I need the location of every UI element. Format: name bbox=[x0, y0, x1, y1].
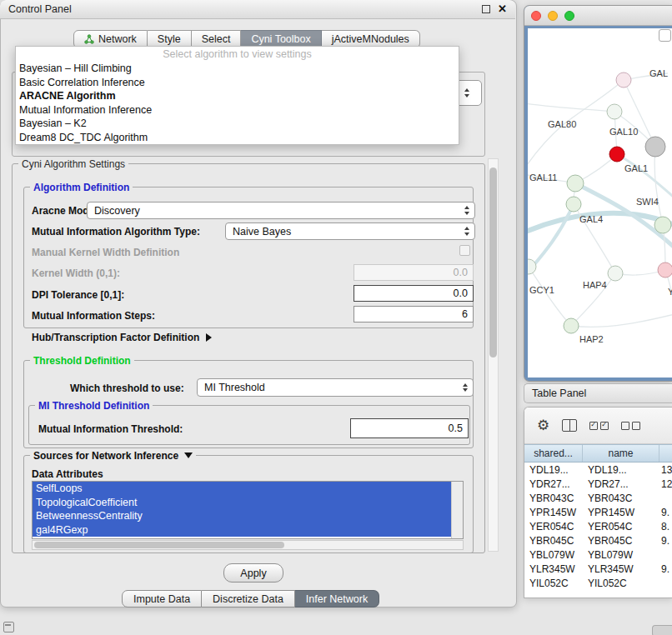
table-row[interactable]: YDR27...YDR27...12 bbox=[524, 477, 672, 491]
network-node[interactable] bbox=[608, 266, 623, 281]
sources-group-toggle[interactable]: Sources for Network Inference bbox=[30, 450, 196, 462]
which-threshold-combo[interactable]: MI Threshold bbox=[197, 378, 474, 397]
mi-steps-label: Mutual Information Steps: bbox=[32, 310, 155, 322]
table-cell: YPR145W bbox=[583, 507, 659, 518]
table-cell: YBL079W bbox=[524, 549, 583, 561]
list-horizontal-scrollbar[interactable] bbox=[32, 540, 464, 550]
network-edge bbox=[617, 154, 672, 199]
mi-type-label: Mutual Information Algorithm Type: bbox=[32, 226, 200, 238]
select-all-checks-icon[interactable] bbox=[589, 422, 609, 430]
network-canvas[interactable]: GALGAL80GAL10GAL11GAL1SWI4GAL4GCY1HAP4HA… bbox=[528, 28, 672, 378]
dropdown-option[interactable]: Bayesian – Hill Climbing bbox=[16, 62, 459, 76]
table-body: YDL19...YDL19...13YDR27...YDR27...12YBR0… bbox=[524, 462, 672, 590]
close-traffic-light[interactable] bbox=[531, 11, 541, 21]
dropdown-option[interactable]: Mutual Information Inference bbox=[16, 103, 459, 118]
which-threshold-value: MI Threshold bbox=[204, 382, 265, 393]
mi-type-value: Naive Bayes bbox=[233, 226, 291, 238]
control-panel-titlebar[interactable]: Control Panel ✕ bbox=[0, 0, 515, 19]
minimize-traffic-light[interactable] bbox=[548, 11, 558, 21]
manual-kernel-checkbox[interactable] bbox=[459, 245, 470, 256]
corner-grip[interactable] bbox=[652, 625, 672, 635]
network-node-label: SWI4 bbox=[636, 197, 659, 207]
dropdown-option[interactable]: Bayesian – K2 bbox=[16, 117, 459, 131]
scrollbar-thumb[interactable] bbox=[489, 168, 497, 358]
table-cell: 9. bbox=[659, 563, 672, 575]
aracne-mode-combo[interactable]: Discovery bbox=[87, 202, 475, 219]
attribute-item-selected[interactable]: SelfLoops bbox=[33, 482, 451, 496]
columns-icon[interactable] bbox=[562, 419, 577, 432]
dropdown-option[interactable]: Basic Correlation Inference bbox=[16, 76, 459, 90]
table-row[interactable]: YPR145WYPR145W9. bbox=[524, 505, 672, 519]
tab-label: Discretize Data bbox=[213, 593, 283, 605]
column-header-shared[interactable]: shared... bbox=[524, 445, 583, 462]
mi-type-combo[interactable]: Naive Bayes bbox=[225, 222, 475, 240]
mi-threshold-group-title: MI Threshold Definition bbox=[35, 400, 153, 412]
settings-scrollbar[interactable] bbox=[488, 158, 499, 552]
mi-threshold-label: Mutual Information Threshold: bbox=[38, 423, 183, 435]
network-node[interactable] bbox=[567, 175, 584, 192]
network-edge bbox=[624, 80, 655, 147]
tab-impute-data[interactable]: Impute Data bbox=[122, 590, 202, 608]
network-window-titlebar[interactable] bbox=[524, 6, 672, 26]
network-node[interactable] bbox=[616, 72, 631, 88]
scrollbar-thumb[interactable] bbox=[34, 542, 284, 548]
dpi-tolerance-field[interactable]: 0.0 bbox=[354, 285, 474, 302]
network-node[interactable] bbox=[609, 147, 624, 162]
network-icon bbox=[84, 34, 94, 44]
network-edge bbox=[528, 103, 614, 112]
table-cell: YDL19... bbox=[524, 464, 583, 476]
table-cell: YBR043C bbox=[524, 492, 583, 504]
close-window-icon[interactable]: ✕ bbox=[498, 4, 507, 14]
dropdown-prompt: Select algorithm to view settings bbox=[16, 47, 459, 62]
table-row[interactable]: YBR043CYBR043C bbox=[524, 491, 672, 505]
network-node[interactable] bbox=[645, 137, 665, 157]
table-panel-titlebar[interactable]: Table Panel bbox=[524, 383, 672, 403]
collapsed-panel-icon[interactable] bbox=[3, 622, 14, 632]
column-header-extra[interactable] bbox=[659, 445, 672, 462]
network-node-label: HAP2 bbox=[579, 334, 604, 344]
kernel-width-field[interactable]: 0.0 bbox=[354, 264, 474, 281]
attribute-item-selected[interactable]: gal4RGexp bbox=[33, 523, 451, 538]
network-node-label: GAL1 bbox=[624, 163, 648, 173]
table-cell: YIL052C bbox=[524, 578, 583, 589]
apply-button[interactable]: Apply bbox=[223, 563, 283, 582]
table-cell: 9. bbox=[659, 535, 672, 547]
table-row[interactable]: YIL052CYIL052C bbox=[524, 576, 672, 590]
table-row[interactable]: YDL19...YDL19...13 bbox=[524, 462, 672, 477]
dropdown-option-selected[interactable]: ARACNE Algorithm bbox=[16, 89, 459, 103]
table-cell: YER054C bbox=[583, 521, 659, 532]
table-cell: YDR27... bbox=[583, 478, 659, 490]
table-row[interactable]: YBR045CYBR045C9. bbox=[524, 533, 672, 548]
deselect-all-checks-icon[interactable] bbox=[621, 422, 640, 430]
tab-label: Select bbox=[202, 33, 231, 45]
table-row[interactable]: YER054CYER054C8. bbox=[524, 519, 672, 533]
table-cell: 8. bbox=[659, 521, 672, 532]
network-edge bbox=[571, 313, 672, 327]
gear-icon[interactable]: ⚙ bbox=[537, 418, 549, 432]
float-window-icon[interactable] bbox=[482, 5, 490, 13]
column-header-name[interactable]: name bbox=[583, 445, 659, 462]
attribute-item-selected[interactable]: BetweennessCentrality bbox=[33, 509, 451, 523]
zoom-traffic-light[interactable] bbox=[564, 11, 574, 21]
network-node[interactable] bbox=[658, 262, 672, 278]
network-overview-widget[interactable] bbox=[659, 29, 671, 42]
network-node[interactable] bbox=[654, 217, 671, 233]
list-vertical-scrollbar[interactable] bbox=[451, 482, 463, 538]
table-cell: YDL19... bbox=[583, 464, 659, 476]
tab-infer-network[interactable]: Infer Network bbox=[295, 590, 379, 608]
network-node[interactable] bbox=[566, 197, 581, 212]
tab-label: Style bbox=[158, 33, 181, 45]
tab-discretize-data[interactable]: Discretize Data bbox=[202, 590, 295, 608]
dpi-tolerance-value: 0.0 bbox=[454, 288, 468, 299]
network-node[interactable] bbox=[607, 104, 622, 119]
dropdown-option[interactable]: Dream8 DC_TDC Algorithm bbox=[16, 131, 459, 145]
desktop: Control Panel ✕ Network Style Select Cyn… bbox=[0, 0, 672, 635]
network-node[interactable] bbox=[564, 318, 579, 333]
mi-threshold-field[interactable]: 0.5 bbox=[350, 418, 469, 438]
table-row[interactable]: YBL079WYBL079W bbox=[524, 548, 672, 562]
hub-section-toggle[interactable]: Hub/Transcription Factor Definition bbox=[32, 332, 212, 343]
mi-steps-field[interactable]: 6 bbox=[354, 306, 474, 322]
table-cell: YBR043C bbox=[583, 492, 659, 504]
attribute-item-selected[interactable]: TopologicalCoefficient bbox=[33, 496, 451, 510]
table-row[interactable]: YLR345WYLR345W9. bbox=[524, 562, 672, 576]
